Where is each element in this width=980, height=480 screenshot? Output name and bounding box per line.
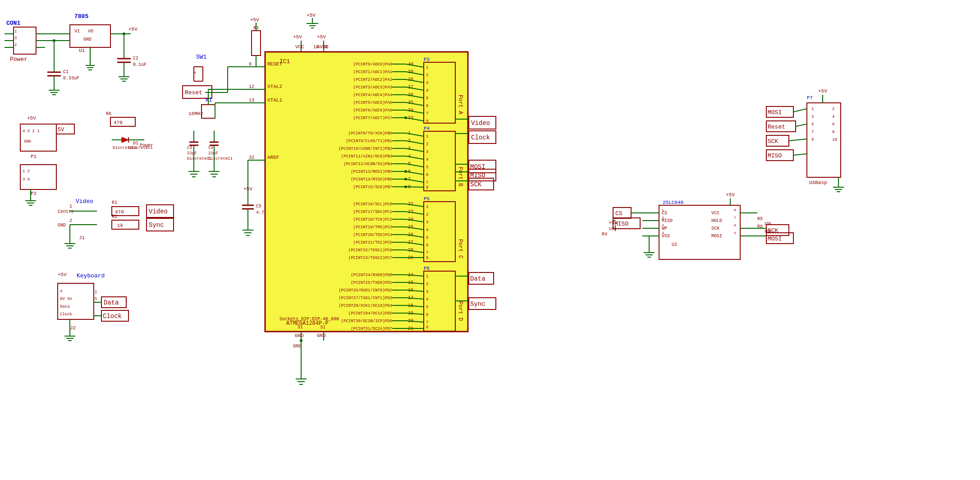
svg-text:(PCINT19/TMS)PC3: (PCINT19/TMS)PC3: [353, 225, 392, 230]
svg-text:P5: P5: [424, 196, 430, 202]
svg-text:(PCINT27/TXD1/INT1)PD3: (PCINT27/TXD1/INT1)PD3: [339, 296, 392, 300]
svg-text:SCK: SCK: [711, 226, 719, 231]
svg-text:D1: D1: [133, 141, 138, 146]
svg-text:12: 12: [249, 84, 254, 89]
svg-text:Sync: Sync: [149, 222, 164, 229]
svg-text:R5: R5: [757, 217, 763, 222]
svg-text:3 4: 3 4: [23, 177, 30, 182]
svg-text:(PCINT9/CLK0/T1)PB1: (PCINT9/CLK0/T1)PB1: [346, 139, 392, 143]
svg-text:SW1: SW1: [196, 54, 207, 60]
svg-text:(PCINT6/ADC6)PA6: (PCINT6/ADC6)PA6: [353, 108, 392, 113]
svg-text:(PCINT294/OC1A)PD5: (PCINT294/OC1A)PD5: [348, 311, 392, 316]
svg-text:6: 6: [426, 104, 428, 108]
svg-text:USBasp: USBasp: [809, 180, 827, 185]
svg-text:6: 6: [734, 223, 736, 227]
svg-text:(PCINT23/TOSC2)PC7: (PCINT23/TOSC2)PC7: [348, 256, 392, 260]
svg-text:2: 2: [426, 282, 428, 286]
svg-text:MOSI: MOSI: [711, 234, 722, 239]
svg-text:(PCINT5/ADC5)PA5: (PCINT5/ADC5)PA5: [353, 101, 392, 105]
svg-text:2: 2: [426, 73, 428, 78]
svg-text:4: 4: [426, 228, 428, 232]
svg-text:4: 4: [832, 115, 834, 119]
svg-text:+5V: +5V: [726, 192, 735, 198]
svg-text:25LC640: 25LC640: [663, 200, 683, 205]
svg-text:SCK: SCK: [470, 181, 482, 188]
svg-text:2: 2: [832, 107, 834, 111]
svg-text:13: 13: [249, 98, 254, 103]
svg-text:9: 9: [249, 62, 252, 67]
svg-text:(PCINT8/T0/XCK)PB0: (PCINT8/T0/XCK)PB0: [348, 131, 392, 136]
svg-text:4: 4: [426, 157, 428, 162]
svg-text:C2: C2: [133, 56, 138, 61]
svg-text:Sockets_DIP:DIP-40_600: Sockets_DIP:DIP-40_600: [279, 317, 339, 322]
svg-text:(PCINT16/SCL)PC0: (PCINT16/SCL)PC0: [353, 202, 392, 207]
svg-text:(PCINT31/OC2A)PD7: (PCINT31/OC2A)PD7: [351, 327, 392, 331]
svg-text:Video: Video: [76, 198, 93, 205]
svg-text:Power: Power: [10, 56, 27, 63]
svg-text:1: 1: [662, 208, 664, 212]
svg-text:(PCINT0/ADC0)PA0: (PCINT0/ADC0)PA0: [353, 62, 392, 67]
svg-text:30: 30: [322, 45, 328, 50]
svg-text:(PCINT11/AIN1/OC0)PB3: (PCINT11/AIN1/OC0)PB3: [341, 154, 392, 159]
svg-line-327: [406, 187, 424, 187]
svg-text:9: 9: [811, 138, 814, 142]
svg-point-503: [404, 185, 407, 188]
svg-text:1: 1: [426, 65, 428, 70]
svg-text:8: 8: [426, 119, 428, 124]
svg-text:6: 6: [426, 243, 428, 248]
svg-text:R1: R1: [112, 200, 117, 205]
svg-text:32: 32: [249, 155, 254, 160]
svg-text:Clock: Clock: [60, 312, 72, 317]
svg-text:7: 7: [426, 320, 428, 325]
svg-text:MISO: MISO: [768, 152, 782, 159]
svg-text:J2: J2: [70, 325, 76, 331]
svg-text:1: 1: [426, 274, 428, 279]
svg-text:XTAL2: XTAL2: [267, 84, 282, 89]
svg-text:P1: P1: [31, 154, 37, 159]
svg-text:2: 2: [662, 216, 664, 220]
svg-text:1: 1: [95, 290, 97, 295]
svg-text:22pF: 22pF: [208, 151, 218, 156]
svg-text:10k: 10k: [764, 222, 771, 226]
svg-text:5: 5: [734, 231, 736, 235]
svg-text:VO: VO: [88, 29, 93, 34]
svg-text:Power: Power: [140, 143, 153, 148]
svg-text:Port D: Port D: [457, 301, 463, 321]
svg-rect-0: [0, 0, 980, 480]
svg-text:1: 1: [811, 107, 814, 111]
svg-text:GND: GND: [317, 333, 326, 338]
svg-text:MOSI: MOSI: [768, 109, 782, 116]
svg-text:5: 5: [95, 297, 97, 301]
svg-text:Video: Video: [149, 208, 168, 215]
svg-text:J1: J1: [79, 235, 85, 240]
svg-text:3: 3: [426, 220, 428, 225]
svg-text:470: 470: [114, 120, 123, 125]
svg-text:Centre: Centre: [58, 209, 74, 214]
svg-text:2: 2: [426, 212, 428, 217]
svg-text:CON1: CON1: [6, 20, 20, 27]
svg-text:R4: R4: [602, 232, 607, 237]
svg-text:(PCINT24/RXD0)PD0: (PCINT24/RXD0)PD0: [351, 273, 392, 277]
svg-text:6: 6: [426, 173, 428, 177]
svg-text:3: 3: [662, 223, 664, 227]
svg-text:1: 1: [426, 205, 428, 209]
svg-text:7805: 7805: [74, 13, 88, 20]
svg-text:C1: C1: [63, 69, 69, 74]
svg-text:GND: GND: [58, 223, 66, 228]
svg-text:DiscreteC1: DiscreteC1: [208, 157, 233, 161]
svg-text:+5V: +5V: [293, 34, 302, 40]
svg-text:5: 5: [426, 165, 428, 170]
svg-text:(PCINT30/OC2B/ICP)PD6: (PCINT30/OC2B/ICP)PD6: [341, 319, 392, 323]
svg-text:Data: Data: [104, 299, 119, 306]
svg-text:P4: P4: [424, 126, 430, 131]
svg-text:0V 5V: 0V 5V: [60, 297, 73, 301]
svg-text:5: 5: [811, 122, 814, 127]
svg-text:+5V: +5V: [307, 13, 316, 18]
svg-text:1: 1: [14, 29, 17, 34]
svg-text:8: 8: [426, 185, 428, 190]
svg-text:(PCINT2/ADC2)PA2: (PCINT2/ADC2)PA2: [353, 78, 392, 82]
svg-text:4: 4: [662, 231, 664, 235]
schematic-canvas: 1 3 2 CON1 Power 7805 VI VO GND U1 +5V C…: [0, 0, 980, 480]
svg-text:(PCINT12/OC0B/SS)PB4: (PCINT12/OC0B/SS)PB4: [343, 162, 392, 166]
svg-point-502: [404, 178, 407, 180]
